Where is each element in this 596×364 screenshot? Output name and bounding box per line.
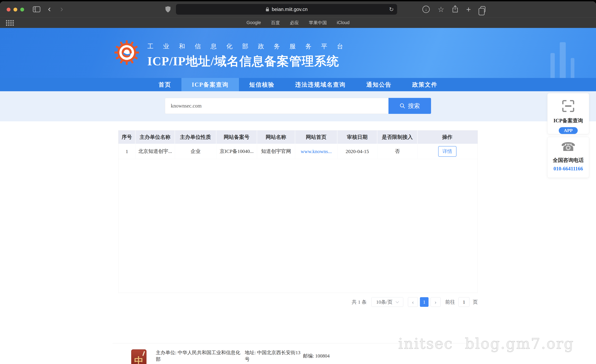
bookmark-apple-china[interactable]: 苹果中国 <box>309 20 327 26</box>
hotline-number[interactable]: 010-66411166 <box>553 166 583 172</box>
privacy-shield-icon[interactable] <box>164 1 172 17</box>
col-homepage: 网站首页 <box>295 131 337 144</box>
col-org-type: 主办单位性质 <box>175 131 216 144</box>
bookmark-bing[interactable]: 必应 <box>290 20 299 26</box>
col-organizer: 主办单位名称 <box>135 131 175 144</box>
url-text: beian.miit.gov.cn <box>272 7 307 12</box>
site-brand: 工业和信息化部政务服务平台 ICP/IP地址/域名信息备案管理系统 <box>114 40 353 70</box>
site-header: 工业和信息化部政务服务平台 ICP/IP地址/域名信息备案管理系统 <box>0 28 596 78</box>
minimize-window-button[interactable] <box>14 8 17 11</box>
col-restricted: 是否限制接入 <box>377 131 417 144</box>
browser-titlebar: ‹ › beian.miit.gov.cn ↻ ↓ ☆ + <box>0 1 596 17</box>
site-footer: 主办单位: 中华人民共和国工业和信息化部 地址: 中国北京西长安街13号 邮编:… <box>112 343 484 364</box>
share-icon[interactable] <box>452 5 458 13</box>
nav-item-policy-files[interactable]: 政策文件 <box>402 78 448 91</box>
app-badge[interactable]: APP <box>559 127 578 134</box>
browser-window: ‹ › beian.miit.gov.cn ↻ ↓ ☆ + <box>0 1 596 364</box>
col-actions: 操作 <box>417 131 477 144</box>
back-button[interactable]: ‹ <box>45 1 53 17</box>
goto-label: 前往 <box>445 299 455 306</box>
nav-item-icp-query[interactable]: ICP备案查询 <box>181 78 239 91</box>
col-license: 网站备案号 <box>216 131 257 144</box>
footer-address: 地址: 中国北京西长安街13号 <box>245 349 303 363</box>
search-button[interactable]: 搜索 <box>388 98 431 114</box>
site-title: ICP/IP地址/域名信息备案管理系统 <box>147 53 353 70</box>
webpage: 工业和信息化部政务服务平台 ICP/IP地址/域名信息备案管理系统 首页 ICP… <box>0 28 596 364</box>
close-window-button[interactable] <box>7 8 10 11</box>
address-bar[interactable]: beian.miit.gov.cn ↻ <box>176 4 397 15</box>
bookmarks-bar: Google 百度 必应 苹果中国 iCloud <box>0 17 596 28</box>
cell-organizer: 北京知道创宇... <box>135 144 175 159</box>
main-nav: 首页 ICP备案查询 短信核验 违法违规域名查询 通知公告 政策文件 <box>0 78 596 91</box>
nav-item-home[interactable]: 首页 <box>148 78 181 91</box>
bookmark-baidu[interactable]: 百度 <box>271 20 280 26</box>
col-seq: 序号 <box>119 131 135 144</box>
cell-org-type: 企业 <box>175 144 216 159</box>
bookmark-google[interactable]: Google <box>246 20 261 25</box>
government-emblem-logo <box>131 349 147 364</box>
cell-seq: 1 <box>119 144 135 159</box>
homepage-link[interactable]: www.knowns... <box>301 149 332 154</box>
page-size-select[interactable]: 10条/页 <box>371 297 403 307</box>
search-input[interactable] <box>165 98 388 114</box>
results-table: 序号 主办单位名称 主办单位性质 网站备案号 网站名称 网站首页 审核日期 是否… <box>118 130 478 293</box>
detail-button[interactable]: 详情 <box>438 146 456 157</box>
bookmark-icloud[interactable]: iCloud <box>337 20 350 25</box>
nav-item-announcements[interactable]: 通知公告 <box>356 78 402 91</box>
pagination: 共 1 条 10条/页 ‹ 1 › 前往 页 <box>118 297 478 307</box>
nav-item-sms-verify[interactable]: 短信核验 <box>239 78 285 91</box>
current-page-button[interactable]: 1 <box>420 297 429 307</box>
qr-scan-icon <box>561 99 575 114</box>
next-page-button[interactable]: › <box>431 297 440 307</box>
gear-logo-icon <box>114 40 139 70</box>
chevron-down-icon <box>396 300 399 303</box>
goto-unit-label: 页 <box>473 299 478 306</box>
platform-subtitle: 工业和信息化部政务服务平台 <box>147 42 353 51</box>
reload-icon[interactable]: ↻ <box>389 6 394 13</box>
cell-restricted: 否 <box>377 144 417 159</box>
footer-postcode: 邮编: 100804 <box>303 353 330 359</box>
col-site-name: 网站名称 <box>257 131 295 144</box>
icp-app-card[interactable]: ICP备案查询 APP <box>547 93 589 134</box>
hotline-title: 全国咨询电话 <box>553 157 584 164</box>
search-icon <box>400 103 405 109</box>
new-tab-icon[interactable]: + <box>466 5 471 14</box>
hotline-card[interactable]: ☎ 全国咨询电话 010-66411166 <box>547 137 589 178</box>
table-row: 1 北京知道创宇... 企业 京ICP备10040... 知道创宇官网 www.… <box>119 144 477 159</box>
prev-page-button[interactable]: ‹ <box>408 297 418 307</box>
forward-button[interactable]: › <box>58 1 66 17</box>
downloads-icon[interactable]: ↓ <box>422 6 430 13</box>
city-skyline-decoration <box>551 42 574 78</box>
col-review-date: 审核日期 <box>337 131 377 144</box>
cell-license: 京ICP备10040... <box>216 144 257 159</box>
tab-overview-icon[interactable] <box>480 6 485 13</box>
toolbar-right: ↓ ☆ + <box>422 1 485 17</box>
favorites-grid-icon[interactable] <box>6 20 14 26</box>
bookmarks-star-icon[interactable]: ☆ <box>438 5 444 14</box>
lock-icon <box>265 7 269 12</box>
sidebar-toggle-icon[interactable] <box>32 1 42 17</box>
telephone-icon: ☎ <box>561 140 576 153</box>
goto-page-input[interactable] <box>458 297 469 307</box>
nav-item-illegal-domain-query[interactable]: 违法违规域名查询 <box>285 78 356 91</box>
cell-site-name: 知道创宇官网 <box>257 144 295 159</box>
table-header-row: 序号 主办单位名称 主办单位性质 网站备案号 网站名称 网站首页 审核日期 是否… <box>119 131 477 144</box>
footer-organizer: 主办单位: 中华人民共和国工业和信息化部 <box>156 349 245 363</box>
cell-review-date: 2020-04-15 <box>337 144 377 159</box>
app-card-title: ICP备案查询 <box>553 117 583 124</box>
total-count-label: 共 1 条 <box>352 299 367 306</box>
search-section: 搜索 <box>0 91 596 121</box>
zoom-window-button[interactable] <box>20 8 24 11</box>
